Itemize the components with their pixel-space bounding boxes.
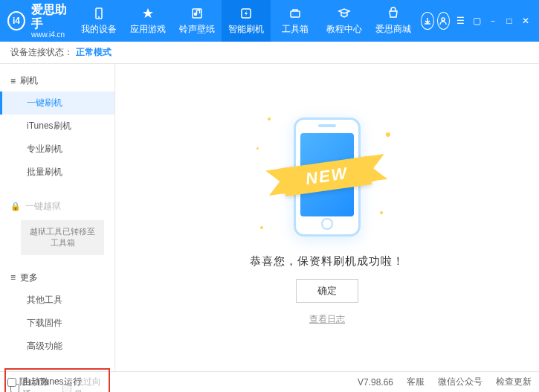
close-icon[interactable]: ✕ [520,15,532,27]
sidebar-item-pro-flash[interactable]: 专业刷机 [0,138,114,161]
nav-label: 应用游戏 [130,23,166,36]
nav-my-device[interactable]: 我的设备 [74,0,123,42]
logo-text: 爱思助手 www.i4.cn [31,2,74,39]
nav-flash[interactable]: 智能刷机 [222,0,271,42]
window-controls: ☰ ▢ － □ ✕ [454,15,532,27]
nav-label: 爱思商城 [375,23,411,36]
sidebar-item-advanced[interactable]: 高级功能 [0,335,114,358]
nav-store[interactable]: 爱思商城 [369,0,418,42]
sidebar-item-itunes-flash[interactable]: iTunes刷机 [0,115,114,138]
version-label: V7.98.66 [358,377,393,388]
navbar: 我的设备 应用游戏 铃声壁纸 智能刷机 工具箱 教程中心 爱思商城 [74,0,418,42]
status-prefix: 设备连接状态： [10,46,73,59]
sidebar-item-other-tools[interactable]: 其他工具 [0,289,114,312]
nav-label: 教程中心 [326,23,362,36]
status-mode: 正常模式 [76,46,112,59]
sidebar-item-download-firmware[interactable]: 下载固件 [0,312,114,335]
menu-icon[interactable]: ☰ [454,15,466,27]
maximize-icon[interactable]: □ [503,15,515,27]
nav-ringtones[interactable]: 铃声壁纸 [172,0,222,42]
footer-link-update[interactable]: 检查更新 [496,376,532,388]
jailbreak-note: 越狱工具已转移至工具箱 [21,220,104,255]
sidebar-head-more[interactable]: ≡更多 [0,267,114,289]
minimize-icon[interactable]: － [487,15,499,27]
success-message: 恭喜您，保资料刷机成功啦！ [250,254,404,269]
menu-icon: ≡ [10,76,16,86]
tutorial-icon [337,6,352,21]
main-content: NEW 恭喜您，保资料刷机成功啦！ 确定 查看日志 [115,64,539,371]
ok-button[interactable]: 确定 [296,279,358,303]
logo-icon: i4 [7,11,25,30]
store-icon [386,6,401,21]
toolbox-icon [288,6,303,21]
footer-link-support[interactable]: 客服 [407,376,425,388]
media-icon [190,6,204,21]
menu-icon: ≡ [10,272,16,283]
sidebar-item-batch-flash[interactable]: 批量刷机 [0,161,114,184]
user-button[interactable] [437,12,450,30]
svg-rect-5 [291,11,300,17]
sidebar-head-flash[interactable]: ≡刷机 [0,70,114,91]
nav-label: 我的设备 [81,23,117,36]
logo-area: i4 爱思助手 www.i4.cn [7,2,74,39]
footer-link-wechat[interactable]: 微信公众号 [438,376,482,388]
lock-icon: 🔒 [10,202,21,211]
nav-apps[interactable]: 应用游戏 [123,0,172,42]
view-log-link[interactable]: 查看日志 [309,313,345,326]
sidebar-head-jailbreak: 🔒一键越狱 [0,196,114,217]
nav-label: 工具箱 [282,23,309,36]
download-button[interactable] [421,12,433,30]
skin-icon[interactable]: ▢ [471,15,482,27]
apps-icon [141,6,155,21]
device-icon [91,6,106,21]
flash-icon [239,6,254,21]
nav-tutorials[interactable]: 教程中心 [320,0,369,42]
sidebar: ≡刷机 一键刷机 iTunes刷机 专业刷机 批量刷机 🔒一键越狱 越狱工具已转… [0,64,115,371]
nav-label: 智能刷机 [228,23,264,36]
block-itunes-checkbox[interactable]: 阻止iTunes运行 [7,376,82,388]
svg-point-6 [442,18,445,21]
nav-label: 铃声壁纸 [179,23,215,36]
sidebar-item-oneclick-flash[interactable]: 一键刷机 [0,91,114,115]
nav-toolbox[interactable]: 工具箱 [271,0,320,42]
success-illustration: NEW [253,110,401,244]
titlebar: i4 爱思助手 www.i4.cn 我的设备 应用游戏 铃声壁纸 智能刷机 工具… [0,0,539,42]
status-bar: 设备连接状态： 正常模式 [0,42,539,64]
app-url: www.i4.cn [31,30,74,39]
app-name: 爱思助手 [31,2,74,30]
